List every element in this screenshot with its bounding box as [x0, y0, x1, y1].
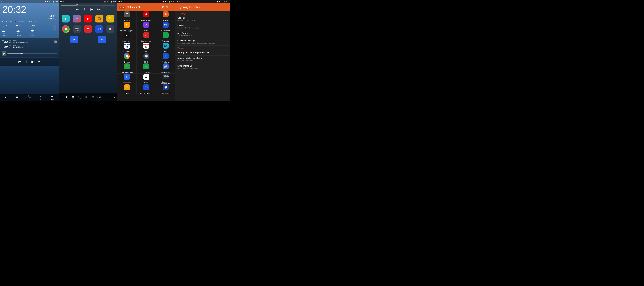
dock-phone[interactable]: 📞: [76, 94, 82, 100]
phone-nav[interactable]: 📞 1: [28, 95, 31, 100]
whatsapp-icon: 💬: [60, 1, 62, 2]
more-icon[interactable]: ⋮: [171, 5, 173, 9]
youtube-icon[interactable]: ▶: [84, 15, 92, 22]
screenshot-icon[interactable]: ⊙: [84, 25, 92, 33]
ll-menu-icon[interactable]: ⋮: [224, 5, 228, 9]
settings-appdrawer[interactable]: App Drawer App drawer settings: [175, 30, 230, 38]
battery3-icon: 🔋: [169, 1, 170, 2]
expand-icon[interactable]: ∨: [114, 95, 116, 99]
notification-icon: ▼: [1, 1, 3, 2]
grid-nav[interactable]: ⊞: [16, 96, 18, 99]
dock-sms[interactable]: ≡: [83, 94, 89, 100]
next-button[interactable]: ⏭: [38, 60, 41, 63]
add-icon[interactable]: +: [60, 95, 62, 99]
list-item-esfile[interactable]: ES ES File Explorer: [136, 84, 156, 94]
ll-title: Lightning Launcher: [178, 6, 223, 9]
settings-general[interactable]: General Gestures, actions and more: [175, 15, 230, 23]
bulb-app-icon[interactable]: 💡: [106, 15, 114, 22]
app-list-row-6: 📍 Device Manager D Docs To Go 📁 Document…: [117, 63, 175, 74]
p2-next-btn[interactable]: ⏭: [97, 7, 100, 11]
elegance-icon: EleganceLLTemplate: [163, 73, 168, 79]
p2-play-btn[interactable]: ▶: [90, 7, 93, 11]
time-p2: 8:31: [113, 1, 116, 2]
blackplayer-icon: ▶: [124, 32, 130, 38]
list-item-adobe[interactable]: A Adobe Acrobat: [136, 11, 156, 21]
search-icon[interactable]: 🔍: [166, 5, 169, 9]
favorites-nav[interactable]: ★: [4, 96, 7, 99]
general-title: General: [178, 17, 228, 19]
app-row-2: 📷 ⊙ ZOOPER 📰: [59, 24, 117, 34]
magazine-icon[interactable]: 📰: [106, 25, 114, 33]
alarm3-icon: ⏰: [162, 1, 164, 2]
sms-nav[interactable]: ≡ 1: [40, 95, 42, 100]
list-item-documents[interactable]: 📁 Documents: [156, 63, 175, 74]
settings-backup[interactable]: Backup, restore or export template: [175, 50, 230, 55]
settings-load[interactable]: Load a template Load it from an installe…: [175, 63, 230, 71]
list-item-calendar1[interactable]: 31 31 Calendar: [117, 42, 136, 53]
email-nav[interactable]: ✉ 12089: [50, 95, 54, 100]
list-item-bms[interactable]: my bookmyshow: [136, 32, 156, 42]
zoopers-icon[interactable]: ZOOPER: [95, 25, 103, 33]
lock-screen-panel: ▼ ⏰ ▼ ▲▲ 🔋 8:32 20:32 Jun, 4 Saturday ⏰ …: [0, 0, 59, 101]
list-item-contacts[interactable]: 👤 Contacts: [156, 53, 175, 63]
check2-icon: ✓: [121, 1, 122, 2]
list-item-euro2016[interactable]: ⚽ EURO 2016: [156, 84, 175, 94]
settings-configure[interactable]: Configure desktops Rearrange, delete, ad…: [175, 38, 230, 45]
myteams-icon[interactable]: A: [70, 36, 78, 43]
list-item-b1[interactable]: B1 B1 Archiver: [156, 21, 175, 32]
battery-icon: 🔋: [52, 1, 54, 2]
list-item-blackplayer[interactable]: ▶ BlackPlayer: [117, 32, 136, 42]
list-item-action3[interactable]: ☰ Action 3: [117, 11, 136, 21]
adobe-icon: A: [143, 11, 149, 17]
action3-icon: ☰: [124, 11, 130, 17]
browse-title: Browse existing templates: [178, 57, 228, 59]
p2-prev-btn[interactable]: ⏮: [76, 7, 79, 11]
dock-email[interactable]: ✉: [90, 94, 96, 100]
list-item-downloads[interactable]: ⬇ Downloads: [117, 74, 136, 84]
configure-title: Configure desktops: [178, 39, 228, 42]
play-store-icon[interactable]: ▶: [62, 15, 70, 22]
list-item-email[interactable]: ✉ Email: [117, 84, 136, 94]
whatsapp2-icon: 💬: [118, 1, 120, 2]
desktop-sub: Item style, layout, scrolling options: [178, 27, 228, 29]
list-item-calendar2[interactable]: 31 31 Calendar: [136, 42, 156, 53]
battery4-icon: 🔋: [223, 1, 225, 2]
pause-button[interactable]: ⏸: [25, 60, 28, 63]
list-item-docstogo[interactable]: D Docs To Go: [136, 63, 156, 74]
google-plus-icon[interactable]: G+: [73, 15, 81, 22]
alarm-time: ⏰ Sun 8:30 am: [2, 20, 12, 22]
p2-pause-btn[interactable]: ⏸: [83, 7, 86, 11]
list-item-drive[interactable]: ▲ Drive: [136, 74, 156, 84]
prev-button[interactable]: ⏮: [18, 60, 21, 63]
appdrawer-title: App Drawer: [178, 32, 228, 34]
play-button[interactable]: ▶: [32, 60, 34, 64]
list-item-calculator[interactable]: +− ×÷ Calculator: [156, 32, 175, 42]
folder-icon: 📁: [2, 51, 6, 56]
settings-desktop[interactable]: Desktop Item style, layout, scrolling op…: [175, 23, 230, 30]
phone-icon: 📞: [28, 95, 31, 98]
headphones-app-icon[interactable]: 🎧: [95, 15, 103, 22]
grid-view-icon[interactable]: ⊡: [162, 5, 164, 9]
chrome-app-icon[interactable]: [62, 25, 70, 33]
list-item-allapps[interactable]: ⊞ All Apps: [156, 11, 175, 21]
time-display-p1: 8:32: [55, 1, 58, 2]
list-item-amazon[interactable]: a Amazon Shopping: [117, 21, 136, 32]
settings-browse[interactable]: Browse existing templates Get fresh new …: [175, 55, 230, 63]
battery2-icon: 🔋: [110, 1, 112, 2]
clock-list-icon: 🕐: [143, 53, 149, 59]
lock-date: Jun, 4: [48, 14, 56, 17]
list-item-elegance[interactable]: EleganceLLTemplate Elegance - LLTemplate: [156, 74, 175, 84]
list-item-camera[interactable]: 📷 Camera: [156, 42, 175, 53]
list-item-clock[interactable]: 🕐 Clock: [136, 53, 156, 63]
list-item-aviate[interactable]: A Aviate: [136, 21, 156, 32]
dock-star[interactable]: ★: [64, 94, 70, 100]
configure-sub: Rearrange, delete, add, and select defau…: [178, 42, 228, 44]
esfile-icon[interactable]: F: [98, 36, 106, 43]
list-item-chrome[interactable]: Chrome: [117, 53, 136, 63]
camera-app-icon[interactable]: 📷: [73, 25, 81, 33]
list-item-devicemgr[interactable]: 📍 Device Manager: [117, 63, 136, 74]
home-screen-panel: 💬 ✓ ⏰ ▼ ▲ 🔋 8:31 🎧 ⏮ ⏸ ▶ ⏭ ▶: [59, 0, 117, 101]
bottom-dock-p2: + ★ ⊞ 📞 ≡ ✉ 12089 ∨: [59, 93, 117, 101]
dock-grid[interactable]: ⊞: [70, 94, 76, 100]
status-bar-panel4: 💬 ✓ ⏰ ▼ ▲ 🔋 8:34: [175, 0, 230, 3]
